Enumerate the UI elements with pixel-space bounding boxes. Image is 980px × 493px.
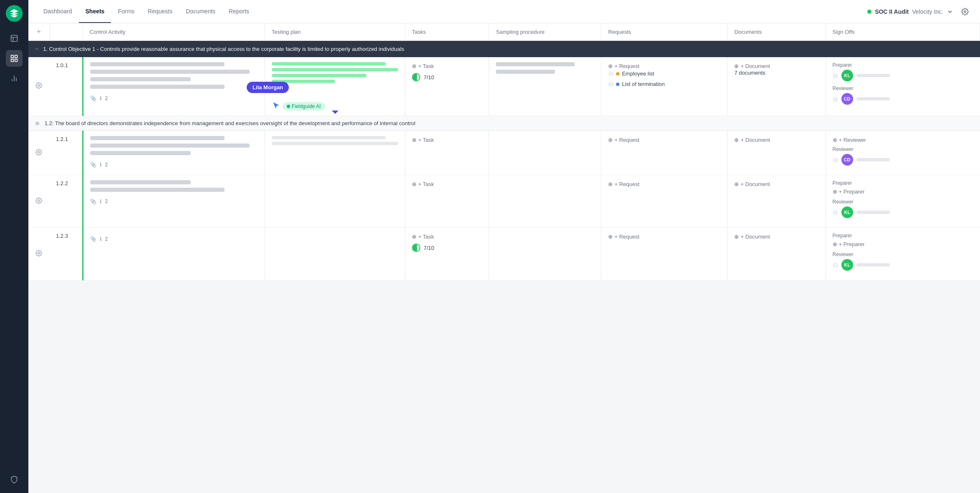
expand-section-12-icon[interactable]: ⊕	[35, 120, 40, 126]
tasks-122: ⊕ + Task	[405, 175, 489, 228]
tab-dashboard[interactable]: Dashboard	[37, 0, 79, 23]
add-task-button-123[interactable]: ⊕ + Task	[412, 234, 434, 240]
info-icon[interactable]: ℹ	[100, 236, 102, 242]
add-task-button-121[interactable]: ⊕ + Task	[412, 137, 434, 143]
plus-icon: ⊕	[833, 189, 837, 195]
plus-icon: ⊕	[608, 137, 613, 143]
add-request-button-121[interactable]: ⊕ + Request	[608, 137, 639, 143]
avatar-cd-101: CD	[841, 93, 853, 105]
control-activity-121: 📎 ℹ 2	[83, 131, 265, 175]
project-name: SOC II Audit	[875, 8, 909, 15]
plus-icon: ⊕	[412, 234, 417, 240]
preparer-user-101: ⊖ KL	[833, 70, 973, 81]
status-dot-blue	[616, 83, 619, 86]
section-1-header: − 1. Control Objective 1 - Controls prov…	[28, 41, 980, 58]
row-count-121: 2	[105, 162, 108, 168]
minus-icon[interactable]: ⊖	[833, 261, 838, 269]
info-icon[interactable]: ℹ	[100, 199, 102, 204]
col-header-number	[49, 23, 83, 41]
plus-icon[interactable]: +	[33, 28, 45, 36]
add-request-button-123[interactable]: ⊕ + Request	[608, 234, 639, 240]
settings-button[interactable]	[958, 5, 972, 18]
add-reviewer-button-121[interactable]: ⊕ + Reviewer	[833, 137, 866, 143]
row-settings-icon[interactable]	[28, 147, 49, 159]
minus-icon[interactable]: ⊖	[833, 95, 838, 103]
minus-icon[interactable]: ⊖	[833, 209, 838, 216]
col-header-sampling: Sampling procedure	[489, 23, 601, 41]
attachment-icon[interactable]: 📎	[90, 199, 96, 204]
add-document-button-121[interactable]: ⊕ + Document	[734, 137, 770, 143]
add-reviewer-label: + Reviewer	[839, 137, 866, 143]
svg-rect-0	[11, 35, 18, 42]
avatar-kl-101: KL	[841, 70, 853, 81]
reviewer-user-122: ⊖ KL	[833, 206, 973, 218]
sheet-table: + Control Activity Testing plan Tasks Sa…	[28, 23, 980, 280]
requests-121: ⊕ + Request	[601, 131, 727, 175]
sidebar-item-inbox[interactable]	[6, 30, 23, 47]
signoff-name-line	[856, 158, 890, 161]
minus-icon[interactable]: ⊖	[833, 72, 838, 80]
text-placeholder	[90, 151, 191, 155]
info-icon[interactable]: ℹ	[100, 96, 102, 101]
app-logo[interactable]	[6, 5, 23, 22]
text-placeholder	[90, 143, 250, 148]
documents-121: ⊕ + Document	[727, 131, 826, 175]
add-preparer-button-123[interactable]: ⊕ + Preparer	[833, 241, 865, 247]
testing-line	[272, 74, 366, 77]
add-task-button-122[interactable]: ⊕ + Task	[412, 181, 434, 187]
table-row: 1.2.1 📎 ℹ 2	[28, 131, 980, 175]
plus-icon: ⊕	[734, 181, 739, 187]
attachment-icon[interactable]: 📎	[90, 236, 96, 242]
requests-123: ⊕ + Request	[601, 228, 727, 280]
info-icon[interactable]: ℹ	[100, 162, 102, 168]
svg-point-8	[964, 10, 966, 13]
sidebar-item-shield[interactable]	[6, 471, 23, 488]
add-document-label: + Document	[740, 63, 770, 69]
table-row: 1.2.2 📎 ℹ 2	[28, 175, 980, 228]
tab-documents[interactable]: Documents	[179, 0, 222, 23]
plus-icon: ⊕	[608, 181, 613, 187]
section-1-text: 1. Control Objective 1 - Controls provid…	[43, 46, 404, 52]
collapse-section-1-icon[interactable]: −	[35, 46, 38, 52]
tab-requests[interactable]: Requests	[141, 0, 179, 23]
attachment-icon[interactable]: 📎	[90, 96, 96, 101]
tab-sheets[interactable]: Sheets	[79, 0, 111, 23]
sampling-line	[496, 62, 575, 66]
add-column-button[interactable]: +	[28, 23, 49, 41]
sidebar-item-chart[interactable]	[6, 70, 23, 87]
request-item-termination[interactable]: ⊖ List of termination	[608, 80, 720, 88]
add-preparer-button-122[interactable]: ⊕ + Preparer	[833, 189, 865, 195]
sidebar-item-grid[interactable]	[6, 50, 23, 67]
minus-icon[interactable]: ⊖	[608, 80, 614, 88]
row-settings-icon[interactable]	[28, 80, 49, 92]
minus-icon[interactable]: ⊖	[833, 156, 838, 164]
avatar-kl-123: KL	[841, 259, 853, 271]
task-fraction-123: 7/10	[424, 245, 434, 251]
svg-point-11	[38, 200, 40, 201]
row-footer-121: 📎 ℹ 2	[90, 158, 258, 168]
ai-badge[interactable]: Fieldguide AI	[283, 102, 325, 111]
testing-plan-123	[265, 228, 405, 280]
tab-forms[interactable]: Forms	[111, 0, 141, 23]
row-footer-123: 📎 ℹ 2	[90, 233, 258, 242]
add-request-button-122[interactable]: ⊕ + Request	[608, 181, 639, 187]
add-document-button-122[interactable]: ⊕ + Document	[734, 181, 770, 187]
add-task-label: + Task	[418, 181, 434, 187]
add-document-button-101[interactable]: ⊕ + Document	[734, 63, 770, 69]
signoff-name-line	[856, 74, 890, 77]
plus-icon: ⊕	[412, 181, 417, 187]
project-selector[interactable]: SOC II Audit Velocity Inc.	[867, 8, 953, 15]
request-item-employee-list[interactable]: ⊖ Employee list	[608, 70, 720, 78]
nav-right: SOC II Audit Velocity Inc.	[867, 5, 972, 18]
tab-reports[interactable]: Reports	[222, 0, 256, 23]
minus-icon[interactable]: ⊖	[608, 70, 614, 78]
attachment-icon[interactable]: 📎	[90, 162, 96, 168]
signoffs-123: Preparer ⊕ + Preparer Reviewer ⊖ KL	[826, 228, 980, 280]
add-request-button-101[interactable]: ⊕ + Request	[608, 63, 639, 69]
signoff-name-line	[856, 97, 890, 101]
add-task-button-101[interactable]: ⊕ + Task	[412, 63, 434, 69]
row-settings-icon[interactable]	[28, 196, 49, 207]
add-document-button-123[interactable]: ⊕ + Document	[734, 234, 770, 240]
reviewer-user-123: ⊖ KL	[833, 259, 973, 271]
row-settings-icon[interactable]	[28, 248, 49, 260]
